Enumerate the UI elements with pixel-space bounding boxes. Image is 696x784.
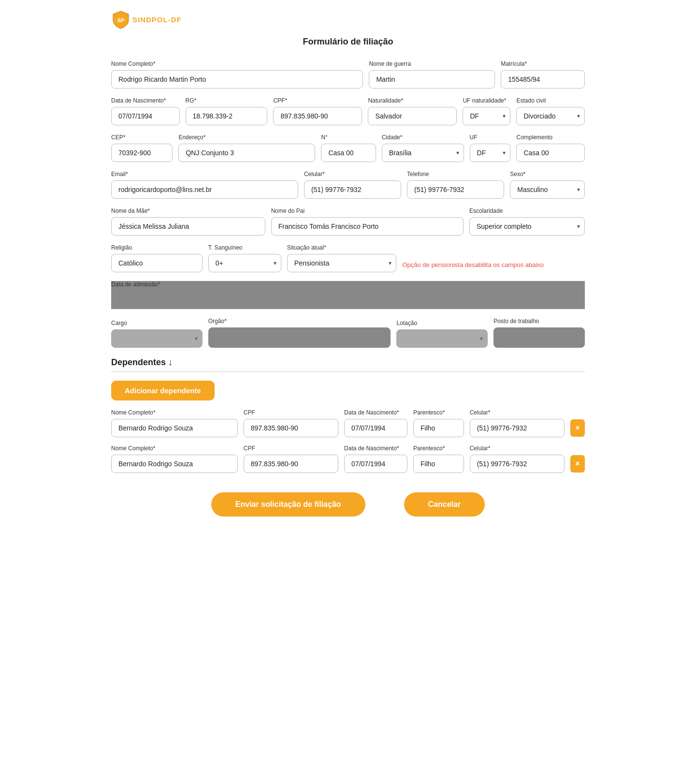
field-orgao: Orgão* xyxy=(208,318,391,348)
input-data-admissao[interactable] xyxy=(111,291,585,309)
input-naturalidade[interactable] xyxy=(368,107,457,125)
dep1-field-cpf: CPF xyxy=(244,409,338,437)
label-t-sanguineo: T. Sanguíneo xyxy=(208,244,281,251)
dep2-field-cpf: CPF xyxy=(244,445,338,473)
dep1-field-data: Data de Nascimento* xyxy=(344,409,407,437)
input-celular[interactable] xyxy=(304,180,401,199)
input-posto-trabalho[interactable] xyxy=(493,327,585,348)
input-nome-guerra[interactable] xyxy=(369,70,495,89)
input-orgao[interactable] xyxy=(208,327,391,348)
row-endereco: CEP* Endereço* N° Cidade* BrasíliaSão Pa… xyxy=(111,134,585,162)
row-religiao-situacao: Religião T. Sanguíneo A+A-B+B-AB+AB-0+0-… xyxy=(111,244,585,272)
dependentes-section: Dependentes ↓ Adicionar dependente Nome … xyxy=(111,357,585,473)
field-data-nascimento: Data de Nascimento* xyxy=(111,97,180,125)
label-data-nascimento: Data de Nascimento* xyxy=(111,97,180,104)
field-numero: N° xyxy=(321,134,376,162)
select-uf[interactable]: DFSPRJ xyxy=(470,144,511,162)
label-cpf: CPF* xyxy=(273,97,362,104)
label-estado-civil: Estado civil xyxy=(516,97,585,104)
logo-icon: SP xyxy=(111,10,130,29)
label-matricula: Matrícula* xyxy=(501,60,585,67)
submit-button[interactable]: Enviar solicitação de filiação xyxy=(211,492,365,517)
field-telefone: Telefone xyxy=(407,171,504,199)
select-lotacao[interactable] xyxy=(396,329,488,348)
select-sexo[interactable]: MasculinoFeminino xyxy=(510,180,585,199)
dep1-label-nome: Nome Completo* xyxy=(111,409,238,416)
select-lotacao-wrap: ▾ xyxy=(396,329,488,348)
select-uf-naturalidade[interactable]: DFSPRJMGBA xyxy=(463,107,510,125)
dep2-field-celular: Celular* xyxy=(470,445,565,473)
dep1-input-data[interactable] xyxy=(344,419,407,437)
dep1-input-celular[interactable] xyxy=(470,419,565,437)
dep2-input-nome[interactable] xyxy=(111,455,238,473)
input-complemento[interactable] xyxy=(516,144,585,162)
label-orgao: Orgão* xyxy=(208,318,391,325)
input-rg[interactable] xyxy=(186,107,268,125)
field-data-admissao: Data de admissão* xyxy=(111,281,585,309)
input-email[interactable] xyxy=(111,180,298,199)
dep2-input-cpf[interactable] xyxy=(244,455,338,473)
label-cargo: Cargo xyxy=(111,320,203,326)
dep2-field-data: Data de Nascimento* xyxy=(344,445,407,473)
cancel-button[interactable]: Cancelar xyxy=(404,492,485,517)
dep2-input-data[interactable] xyxy=(344,455,407,473)
select-cargo[interactable] xyxy=(111,329,203,348)
select-situacao-atual[interactable]: AtivoAposentadoPensionista xyxy=(287,254,397,272)
select-cidade[interactable]: BrasíliaSão PauloRio de Janeiro xyxy=(382,144,464,162)
input-matricula[interactable] xyxy=(501,70,585,89)
label-nome-completo: Nome Completo* xyxy=(111,60,363,67)
dep1-label-celular: Celular* xyxy=(470,409,565,416)
input-numero[interactable] xyxy=(321,144,376,162)
field-nome-guerra: Nome de guerra xyxy=(369,60,495,89)
dep2-field-parentesco: Parentesco* xyxy=(413,445,464,473)
input-nome-completo[interactable] xyxy=(111,70,363,89)
section-divider xyxy=(111,371,585,372)
dep1-input-parentesco[interactable] xyxy=(413,419,464,437)
field-cpf: CPF* xyxy=(273,97,362,125)
select-escolaridade[interactable]: Ensino fundamentalEnsino médioSuperior c… xyxy=(469,217,585,236)
label-lotacao: Lotação xyxy=(396,320,488,326)
input-cpf[interactable] xyxy=(273,107,362,125)
dep1-field-parentesco: Parentesco* xyxy=(413,409,464,437)
add-dependente-button[interactable]: Adicionar dependente xyxy=(111,381,215,400)
field-situacao-atual: Situação atual* AtivoAposentadoPensionis… xyxy=(287,244,397,272)
label-uf: UF xyxy=(470,134,511,141)
input-data-nascimento[interactable] xyxy=(111,107,180,125)
dep1-input-cpf[interactable] xyxy=(244,419,338,437)
input-nome-mae[interactable] xyxy=(111,217,265,236)
page-title: Formulário de filiação xyxy=(111,37,585,47)
select-estado-civil[interactable]: SolteiroCasadoDivorciadoViúvo xyxy=(516,107,585,125)
input-nome-pai[interactable] xyxy=(271,217,464,236)
field-rg: RG* xyxy=(186,97,268,125)
input-cep[interactable] xyxy=(111,144,173,162)
bottom-actions: Enviar solicitação de filiação Cancelar xyxy=(111,492,585,517)
field-naturalidade: Naturalidade* xyxy=(368,97,457,125)
select-uf-naturalidade-wrap: DFSPRJMGBA ▾ xyxy=(463,107,510,125)
dep1-field-celular: Celular* xyxy=(470,409,565,437)
select-cargo-wrap: ▾ xyxy=(111,329,203,348)
label-endereco: Endereço* xyxy=(178,134,315,141)
select-t-sanguineo[interactable]: A+A-B+B-AB+AB-0+0- xyxy=(208,254,281,272)
input-endereco[interactable] xyxy=(178,144,315,162)
input-telefone[interactable] xyxy=(407,180,504,199)
field-uf-naturalidade: UF naturalidade* DFSPRJMGBA ▾ xyxy=(463,97,510,125)
logo-area: SP SINDPOL-DF xyxy=(111,10,585,29)
dep2-input-celular[interactable] xyxy=(470,455,565,473)
field-religiao: Religião xyxy=(111,244,203,272)
dep2-input-parentesco[interactable] xyxy=(413,455,464,473)
select-cidade-wrap: BrasíliaSão PauloRio de Janeiro ▾ xyxy=(382,144,464,162)
input-religiao[interactable] xyxy=(111,254,203,272)
dep2-label-data: Data de Nascimento* xyxy=(344,445,407,452)
dep1-input-nome[interactable] xyxy=(111,419,238,437)
label-numero: N° xyxy=(321,134,376,141)
label-telefone: Telefone xyxy=(407,171,504,178)
field-nome-pai: Nome do Pai xyxy=(271,207,464,236)
field-email: Email* xyxy=(111,171,298,199)
label-complemento: Complemento xyxy=(516,134,585,141)
label-nome-guerra: Nome de guerra xyxy=(369,60,495,67)
field-cidade: Cidade* BrasíliaSão PauloRio de Janeiro … xyxy=(382,134,464,162)
dep1-remove-button[interactable]: × xyxy=(570,419,585,437)
field-escolaridade: Escolaridade Ensino fundamentalEnsino mé… xyxy=(469,207,585,236)
row-contato: Email* Celular* Telefone Sexo* Masculino… xyxy=(111,171,585,199)
dep2-remove-button[interactable]: × xyxy=(570,455,585,473)
